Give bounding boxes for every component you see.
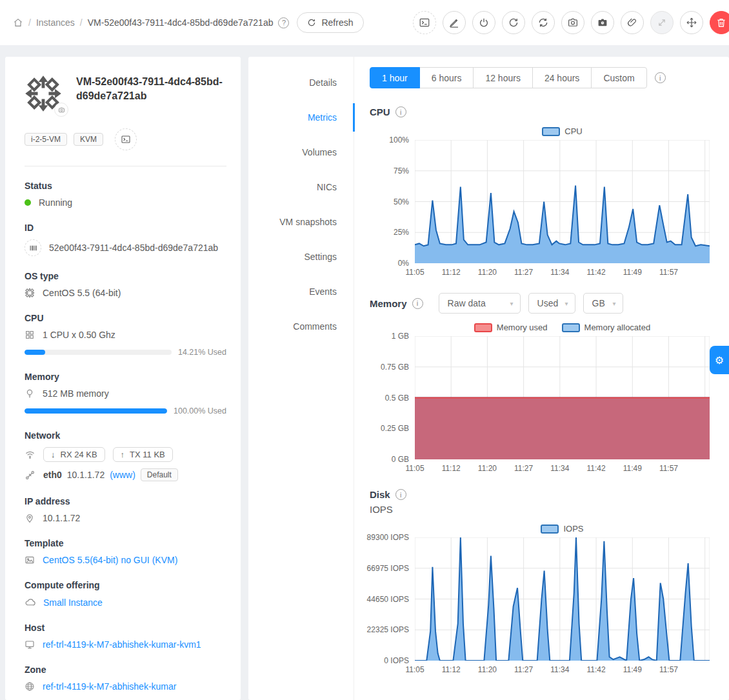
x-axis-label: 11:49 <box>623 268 642 277</box>
memory-progress <box>25 408 167 414</box>
console-button[interactable] <box>413 11 436 34</box>
y-axis-label: 0.5 GB <box>385 394 409 403</box>
cpu-metric-block: CPU i CPU 100%75%50%25%0%11:0511:1211:20… <box>370 106 710 263</box>
id-section: ID 52e00f43-7911-4dc4-85bd-d69de7a721ab <box>25 223 226 256</box>
x-axis-label: 11:57 <box>659 268 678 277</box>
wifi-icon <box>25 449 35 460</box>
x-axis-label: 11:12 <box>442 665 461 674</box>
time-range-group: 1 hour 6 hours 12 hours 24 hours Custom <box>370 67 647 88</box>
memory-used-label: 100.00% Used <box>174 406 226 415</box>
power-icon <box>478 17 490 28</box>
volume-snapshot-button[interactable] <box>591 11 614 34</box>
x-axis-label: 11:20 <box>478 268 497 277</box>
breadcrumb-instances[interactable]: Instances <box>36 17 75 28</box>
memory-used-legend-item[interactable]: Memory used <box>474 323 548 332</box>
x-axis-label: 11:42 <box>586 464 605 473</box>
id-value: 52e00f43-7911-4dc4-85bd-d69de7a721ab <box>49 243 218 253</box>
stop-button[interactable] <box>472 11 495 34</box>
hypervisor-tag: KVM <box>74 133 103 146</box>
time-range-info-icon[interactable]: i <box>655 72 666 83</box>
tab-metrics[interactable]: Metrics <box>248 100 354 135</box>
tab-settings[interactable]: Settings <box>248 239 354 274</box>
settings-fab[interactable]: ⚙ <box>710 346 729 374</box>
memory-info-icon[interactable]: i <box>412 298 423 309</box>
tab-events[interactable]: Events <box>248 274 354 309</box>
nic-network-link[interactable]: (www) <box>110 470 135 480</box>
x-axis-label: 11:05 <box>405 665 424 674</box>
tab-vm-snapshots[interactable]: VM snapshots <box>248 205 354 239</box>
y-axis-label: 100% <box>389 135 409 145</box>
template-label: Template <box>25 538 226 548</box>
x-axis-label: 11:20 <box>478 665 497 674</box>
y-axis-label: 0 GB <box>392 455 409 464</box>
legend-marker <box>562 323 580 332</box>
sync-icon <box>537 17 549 28</box>
console-button-small[interactable] <box>115 128 137 150</box>
detail-tabs: Details Metrics Volumes NICs VM snapshot… <box>248 57 354 700</box>
vm-summary-card: VM-52e00f43-7911-4dc4-85bd-d69de7a721ab … <box>5 57 241 700</box>
ip-label: IP address <box>25 496 226 506</box>
tab-details[interactable]: Details <box>248 65 354 100</box>
cpu-value: 1 CPU x 0.50 Ghz <box>43 330 115 340</box>
host-link[interactable]: ref-trl-4119-k-M7-abhishek-kumar-kvm1 <box>43 639 201 650</box>
camera-solid-icon <box>597 17 608 28</box>
rx-button[interactable]: ↓RX 24 KB <box>43 447 105 462</box>
location-pin-icon <box>25 513 35 523</box>
template-link[interactable]: CentOS 5.5(64-bit) no GUI (KVM) <box>43 555 177 565</box>
nic-ip: 10.1.1.72 <box>67 470 105 480</box>
ip-value: 10.1.1.72 <box>43 513 80 523</box>
destroy-button[interactable] <box>710 11 729 34</box>
x-axis-label: 11:27 <box>514 464 533 473</box>
edit-button[interactable] <box>443 11 466 34</box>
memory-allocated-legend-item[interactable]: Memory allocated <box>562 323 651 332</box>
iops-legend-item[interactable]: IOPS <box>541 524 583 534</box>
memory-section: Memory 512 MB memory 100.00% Used <box>25 372 226 415</box>
offering-link[interactable]: Small Instance <box>43 597 103 608</box>
cpu-info-icon[interactable]: i <box>395 106 406 117</box>
picture-icon <box>25 555 35 565</box>
zone-link[interactable]: ref-trl-4119-k-M7-abhishek-kumar <box>43 681 176 692</box>
time-range-12hours[interactable]: 12 hours <box>473 67 532 88</box>
reinstall-button[interactable] <box>532 11 555 34</box>
x-axis-label: 11:34 <box>550 665 569 674</box>
refresh-button[interactable]: Refresh <box>297 12 363 33</box>
memory-unit-select[interactable]: GB▾ <box>583 293 623 314</box>
metrics-content: 1 hour 6 hours 12 hours 24 hours Custom … <box>354 57 729 700</box>
nic-name: eth0 <box>43 470 62 480</box>
camera-icon <box>567 17 579 28</box>
status-dot <box>25 199 31 206</box>
change-icon-camera-badge[interactable] <box>54 103 68 117</box>
reboot-button[interactable] <box>502 11 525 34</box>
arrow-down-icon: ↓ <box>51 450 55 459</box>
migrate-button[interactable] <box>680 11 703 34</box>
disk-info-icon[interactable]: i <box>395 489 406 500</box>
attach-iso-button[interactable] <box>621 11 644 34</box>
time-range-6hours[interactable]: 6 hours <box>419 67 474 88</box>
tab-comments[interactable]: Comments <box>248 309 354 344</box>
memory-label: Memory <box>25 372 226 382</box>
x-axis-label: 11:27 <box>514 665 533 674</box>
cpu-legend-item[interactable]: CPU <box>542 126 582 136</box>
memory-mode-select[interactable]: Used▾ <box>528 293 575 314</box>
home-icon[interactable] <box>13 17 23 28</box>
time-range-24hours[interactable]: 24 hours <box>532 67 592 88</box>
disk-chart-title: Disk <box>370 489 390 500</box>
x-axis-label: 11:12 <box>442 464 461 473</box>
snapshot-button[interactable] <box>561 11 584 34</box>
y-axis-label: 0 IOPS <box>384 656 409 665</box>
time-range-custom[interactable]: Custom <box>591 67 646 88</box>
y-axis-label: 50% <box>394 197 409 206</box>
tab-volumes[interactable]: Volumes <box>248 135 354 170</box>
memory-data-select[interactable]: Raw data▾ <box>439 293 521 314</box>
disk-metric-block: Disk i IOPS IOPS 89300 IOPS66975 IOPS446… <box>370 489 710 661</box>
memory-value: 512 MB memory <box>43 388 109 399</box>
cpu-chart: 100%75%50%25%0%11:0511:1211:2011:2711:34… <box>370 140 710 263</box>
time-range-1hour[interactable]: 1 hour <box>370 67 420 88</box>
help-icon[interactable]: ? <box>278 17 289 28</box>
scale-button <box>650 11 674 34</box>
tab-nics[interactable]: NICs <box>248 170 354 205</box>
ostype-value: CentOS 5.5 (64-bit) <box>43 288 121 298</box>
diagonal-arrows-icon <box>656 17 668 28</box>
ip-section: IP address 10.1.1.72 <box>25 496 226 523</box>
tx-button[interactable]: ↑TX 11 KB <box>113 447 173 462</box>
